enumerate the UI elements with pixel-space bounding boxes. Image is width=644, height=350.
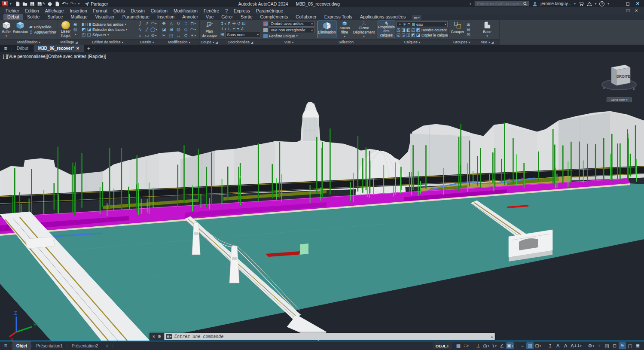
panel-title-selection[interactable]: Sélection: [316, 39, 376, 45]
transparency-toggle[interactable]: ▥: [526, 342, 534, 349]
ribbon-tab-dbut[interactable]: Début: [3, 14, 23, 20]
file-tab-close-icon[interactable]: ✕: [76, 46, 79, 51]
ucs-tool-icon[interactable]: ⊥▾: [220, 27, 226, 31]
panel-title-dessin[interactable]: Dessin▾: [135, 39, 159, 45]
help-icon[interactable]: ?: [599, 1, 604, 6]
layer-tool-icon[interactable]: ◰: [411, 28, 415, 32]
layer-tool-icon[interactable]: ◨: [401, 28, 405, 32]
menu-paramtrique[interactable]: Paramétrique: [253, 8, 286, 13]
modify-tool-icon[interactable]: ✂: [160, 33, 168, 39]
viewport-config-dropdown[interactable]: Fenêtre unique▾: [269, 34, 298, 38]
proprietes-calques-button[interactable]: Propriétés des calques: [378, 21, 395, 38]
ribbon-tab-sortie[interactable]: Sortie: [237, 14, 256, 20]
panel-title-modelisation[interactable]: Modélisation▾: [0, 39, 58, 45]
modify-tool-icon[interactable]: ◇: [182, 27, 189, 33]
menu-fentre[interactable]: Fenêtre: [201, 8, 222, 13]
panel-title-groupes[interactable]: Groupes▾: [449, 39, 475, 45]
modify-tool-icon[interactable]: ◎: [175, 27, 182, 33]
file-tabs-menu-icon[interactable]: ≡: [0, 46, 11, 52]
layer-state-icon[interactable]: ⚬: [398, 22, 402, 27]
group-tool-icon[interactable]: ⊞: [467, 22, 470, 27]
aucun-filtre-button[interactable]: Aucun filtre▾: [338, 21, 352, 38]
annotation-scale-toggle[interactable]: Λ1:1▾: [570, 342, 582, 349]
annotation-monitor-toggle[interactable]: +: [595, 342, 603, 349]
command-close-icon[interactable]: ✕: [152, 335, 156, 339]
file-tab-start[interactable]: Début: [12, 45, 33, 52]
ucs-tool-icon[interactable]: ↺: [237, 21, 241, 26]
layer-tool-icon[interactable]: ◳: [397, 28, 400, 32]
qat-customize-caret-icon[interactable]: ▾: [78, 2, 80, 5]
draw-tool-icon[interactable]: ⌂: [137, 33, 143, 39]
doc-restore-button[interactable]: ❐: [626, 9, 629, 13]
view-dropdown[interactable]: Vue non enregistrée▾: [269, 27, 314, 33]
layer-tool-icon[interactable]: ◲: [401, 33, 405, 37]
ribbon-tab-visualiser[interactable]: Visualiser: [92, 14, 119, 20]
solid-edit-button[interactable]: Extraire les arêtes: [92, 22, 124, 27]
selection-cycling-toggle[interactable]: ⊡▾: [534, 342, 542, 349]
osnap-tracking-toggle[interactable]: ∠: [498, 342, 506, 349]
menu-outils[interactable]: Outils: [110, 8, 128, 13]
solid-edit-icon[interactable]: ◰: [82, 33, 85, 37]
menu-edition[interactable]: Edition: [22, 8, 42, 13]
ucs-tool-icon[interactable]: ⊞: [220, 33, 224, 37]
solid-edit-icon[interactable]: ◧: [82, 22, 85, 27]
draw-tool-icon[interactable]: ◠▾: [150, 21, 157, 27]
ucs-tool-icon[interactable]: ∟: [227, 27, 232, 31]
new-layout-button[interactable]: +: [102, 343, 112, 349]
draw-tool-icon[interactable]: ∿: [137, 27, 143, 33]
layer-tool-icon[interactable]: ◩: [411, 33, 415, 37]
elimination-button[interactable]: Elimination: [317, 21, 336, 38]
solid-edit-button[interactable]: Séparer: [92, 33, 106, 37]
layer-tool-icon[interactable]: ◪: [416, 33, 420, 37]
modify-tool-icon[interactable]: ◰: [168, 33, 175, 39]
menu-express[interactable]: Express: [231, 8, 253, 13]
layer-tool-icon[interactable]: ◱: [397, 33, 400, 37]
panel-title-vue2[interactable]: Vue▾◢: [475, 39, 499, 45]
modify-tool-icon[interactable]: ✶▾: [189, 33, 197, 39]
draw-tool-icon[interactable]: ⊘▾: [150, 33, 157, 39]
drawing-canvas[interactable]: Z Y X [-][Vue personnalisée][Ombré avec …: [0, 52, 644, 341]
snap-mode-toggle[interactable]: ∷▾: [462, 342, 470, 349]
workspace-toggle[interactable]: ⚙▾: [587, 342, 595, 349]
maillage-tool-icon[interactable]: ◔: [73, 33, 77, 37]
app-menu-caret-icon[interactable]: ▾: [10, 2, 12, 5]
modify-tool-icon[interactable]: ⊞: [168, 27, 175, 33]
layer-tool-icon[interactable]: ◫: [406, 33, 410, 37]
group-tool-icon[interactable]: ⊟: [467, 27, 470, 32]
ucs-named-dropdown[interactable]: Sans nom▾: [225, 32, 260, 37]
user-icon[interactable]: [532, 1, 537, 6]
command-customize-icon[interactable]: ⚙: [158, 334, 162, 339]
ucs-tool-icon[interactable]: ✛: [232, 21, 235, 26]
command-history-icon[interactable]: ▴: [491, 335, 493, 338]
quick-properties-toggle[interactable]: ▤: [603, 342, 610, 349]
draw-tool-icon[interactable]: ↗: [143, 21, 150, 27]
ribbon-tab-surface[interactable]: Surface: [43, 14, 67, 20]
modify-tool-icon[interactable]: ⊓▾: [189, 21, 197, 27]
boite-button[interactable]: Boîte▾: [1, 21, 12, 38]
draw-tool-icon[interactable]: ╱: [143, 27, 150, 33]
menu-cotation[interactable]: Cotation: [148, 8, 171, 13]
store-cart-icon[interactable]: [579, 1, 584, 6]
search-icon[interactable]: [523, 1, 528, 6]
visual-style-dropdown[interactable]: Ombré avec arêtes▾: [269, 21, 314, 27]
ribbon-tab-vue[interactable]: Vue: [202, 14, 217, 20]
ucs-tool-icon[interactable]: ¬: [237, 27, 239, 31]
layer-state-icon[interactable]: ☀: [403, 22, 406, 27]
ucs-tool-icon[interactable]: ⊡: [242, 21, 245, 26]
ribbon-tab-complments[interactable]: Compléments: [256, 14, 292, 20]
redo-button[interactable]: ↷▾: [70, 1, 76, 6]
layer-state-icon[interactable]: ⊓: [407, 22, 411, 27]
ribbon-tab-expresstools[interactable]: Express Tools: [320, 14, 356, 20]
panel-title-coupe[interactable]: Coupe▾◢: [200, 39, 219, 45]
menu-fichier[interactable]: Fichier: [3, 8, 22, 13]
draw-tool-icon[interactable]: ʃ: [137, 21, 143, 27]
close-button[interactable]: ✕: [636, 1, 640, 6]
modify-tool-icon[interactable]: ↔: [175, 33, 182, 39]
maillage-tool-icon[interactable]: ◉: [73, 22, 77, 27]
polysolide-button[interactable]: ▰Polysolide: [29, 25, 56, 29]
panel-title-edition[interactable]: Edition de solides▾: [80, 39, 135, 45]
ucs-tool-icon[interactable]: ∠: [241, 27, 244, 31]
panel-title-vue[interactable]: Vue▾: [262, 39, 316, 45]
menu-modification[interactable]: Modification: [171, 8, 201, 13]
solid-edit-icon[interactable]: ◱: [87, 33, 91, 37]
